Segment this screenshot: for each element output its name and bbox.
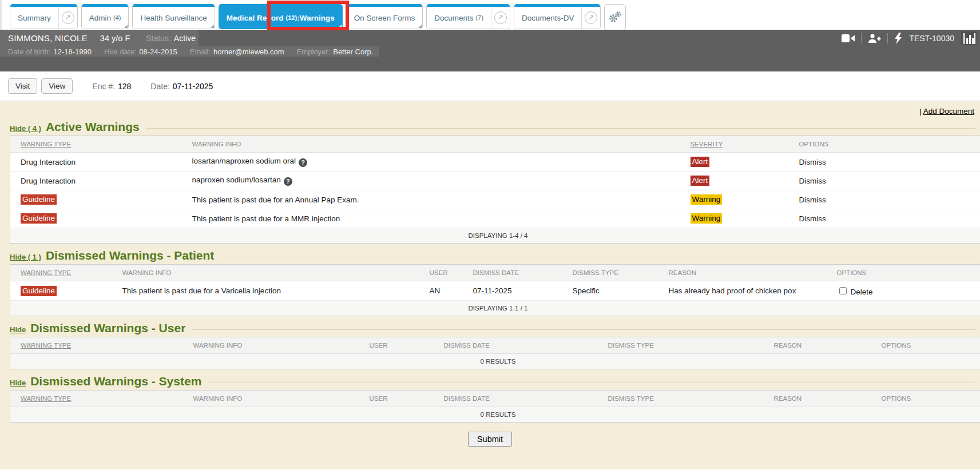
patient-demographics: Date of birth: 12-18-1990 Hire date: 08-… (0, 46, 980, 57)
column-header[interactable]: WARNING TYPE (10, 337, 183, 354)
severity-badge: Warning (691, 213, 723, 224)
flowsheet-chart-icon[interactable] (961, 31, 977, 45)
dismissed-warnings-system-table: WARNING TYPEWARNING INFOUSERDISMISS DATE… (10, 390, 980, 423)
enc-date-value: 07-11-2025 (173, 82, 213, 91)
help-icon[interactable]: ? (299, 158, 307, 167)
section-dismissed-warnings-user: HideDismissed Warnings - UserWARNING TYP… (0, 321, 980, 369)
severity-badge: Guideline (21, 194, 57, 205)
tab-label: On Screen Forms (354, 14, 415, 22)
open-in-new-icon[interactable]: ↗ (58, 7, 77, 29)
tab-admin[interactable]: Admin(4) (81, 4, 129, 29)
hire-date-value: 08-24-2015 (139, 47, 177, 56)
results-count: DISPLAYING 1-4 / 4 (10, 228, 980, 244)
column-header: WARNING INFO (183, 391, 359, 407)
column-header: OPTIONS (827, 265, 980, 281)
tab-health-surveillance[interactable]: Health Surveillance (132, 4, 215, 29)
webchart-warnings-page: Summary↗Admin(4)Health SurveillanceMedic… (0, 0, 980, 474)
section-dismissed-warnings-system: HideDismissed Warnings - SystemWARNING T… (0, 375, 980, 423)
tab-label: Documents-DV (522, 14, 574, 22)
enc-number-value: 128 (118, 82, 131, 91)
tab-documents[interactable]: Documents(7)↗ (426, 4, 510, 29)
delete-label: Delete (851, 288, 873, 296)
hide-toggle-link[interactable]: Hide ( 1 ) (10, 253, 41, 261)
severity-badge: Warning (691, 194, 723, 205)
warning-row: GuidelineThis patient is past due for a … (10, 281, 980, 301)
tab-summary[interactable]: Summary↗ (10, 4, 78, 29)
dismiss-action[interactable]: Dismiss (799, 196, 826, 204)
dismiss-action[interactable]: Dismiss (799, 158, 826, 166)
status-value: Active (174, 34, 196, 43)
submit-button[interactable]: Submit (468, 432, 512, 447)
warning-row: Drug Interactionlosartan/naproxen sodium… (10, 153, 980, 172)
severity-badge: Guideline (21, 286, 57, 296)
divider (887, 33, 888, 43)
enc-number-label: Enc #: (92, 82, 115, 91)
tab-bar-tabs: Summary↗Admin(4)Health SurveillanceMedic… (10, 4, 601, 29)
column-header: WARNING INFO (183, 337, 359, 354)
results-count: 0 RESULTS (10, 354, 980, 369)
open-in-new-icon[interactable]: ↗ (491, 7, 510, 29)
section-title: Dismissed Warnings - Patient (46, 249, 214, 262)
column-header[interactable]: WARNING TYPE (10, 136, 182, 153)
active-warnings-table: WARNING TYPEWARNING INFOSEVERITYOPTIONSD… (10, 136, 980, 244)
tab-medical-record[interactable]: Medical Record(12):Warnings (219, 4, 343, 29)
column-header[interactable]: SEVERITY (680, 136, 789, 153)
section-rule (221, 257, 975, 257)
warning-row: GuidelineThis patient is past due for a … (10, 209, 980, 228)
tab-bar: Summary↗Admin(4)Health SurveillanceMedic… (0, 0, 980, 30)
tab-count: (4) (113, 14, 121, 21)
employer-label: Employer: (297, 47, 331, 56)
delete-checkbox[interactable] (839, 287, 847, 294)
tab-label: Admin (89, 14, 111, 22)
open-in-new-icon[interactable]: ↗ (581, 7, 600, 29)
add-user-icon[interactable] (868, 33, 881, 43)
visit-button[interactable]: Visit (8, 78, 37, 94)
section-title: Dismissed Warnings - System (30, 375, 201, 388)
bottom-strip (0, 469, 980, 474)
tab-suffix: :Warnings (297, 14, 335, 22)
section-rule (146, 128, 975, 129)
column-header: REASON (658, 265, 827, 281)
column-header[interactable]: WARNING TYPE (10, 391, 183, 407)
column-header: DISMISS DATE (434, 337, 598, 354)
column-header[interactable]: WARNING TYPE (10, 265, 112, 281)
warning-row: Drug Interactionnaproxen sodium/losartan… (10, 172, 980, 190)
cell-text: 07-11-2025 (473, 286, 512, 295)
video-camera-icon[interactable] (842, 34, 855, 43)
cell-text: Has already had proof of chicken pox (669, 286, 796, 295)
section-rule (192, 329, 975, 330)
cell-text: This patient is past due for a MMR injec… (192, 214, 340, 223)
dropdown-indicator (211, 25, 214, 28)
cell-text: AN (430, 286, 441, 295)
hide-toggle-link[interactable]: Hide (10, 379, 26, 387)
status-label: Status: (146, 34, 171, 43)
column-header: OPTIONS (789, 136, 980, 153)
dismissed-warnings-patient-table: WARNING TYPEWARNING INFOUSERDISMISS DATE… (10, 264, 980, 316)
dismissed-warnings-user-table: WARNING TYPEWARNING INFOUSERDISMISS DATE… (10, 337, 980, 369)
hide-toggle-link[interactable]: Hide (10, 325, 26, 334)
chart-settings-button[interactable] (604, 4, 626, 30)
add-document-link[interactable]: Add Document (923, 107, 974, 115)
tab-label: Health Surveillance (140, 14, 207, 22)
dob-label: Date of birth: (8, 47, 50, 56)
tab-on-screen-forms[interactable]: On Screen Forms (346, 4, 423, 29)
section-title: Active Warnings (46, 120, 140, 134)
lightning-bolt-icon[interactable] (894, 33, 902, 44)
submit-row: Submit (0, 432, 980, 447)
divider (861, 33, 862, 43)
cell-text: This patient is past due for an Annual P… (192, 196, 359, 204)
dismiss-action[interactable]: Dismiss (799, 177, 826, 185)
add-document-line: | Add Document (0, 105, 980, 117)
view-button[interactable]: View (41, 78, 73, 94)
tab-documents-dv[interactable]: Documents-DV↗ (514, 4, 601, 29)
cell-text: naproxen sodium/losartan (192, 176, 281, 184)
patient-banner: SIMMONS, NICOLE 34 y/o F Status: Active … (0, 30, 980, 71)
cell-text: Specific (573, 286, 600, 295)
help-icon[interactable]: ? (284, 177, 292, 186)
dismiss-action[interactable]: Dismiss (799, 214, 826, 223)
column-header: USER (419, 265, 463, 281)
hide-toggle-link[interactable]: Hide ( 4 ) (10, 124, 41, 133)
severity-badge: Alert (691, 176, 710, 186)
dropdown-indicator (338, 25, 342, 28)
tab-count: (7) (475, 14, 483, 21)
